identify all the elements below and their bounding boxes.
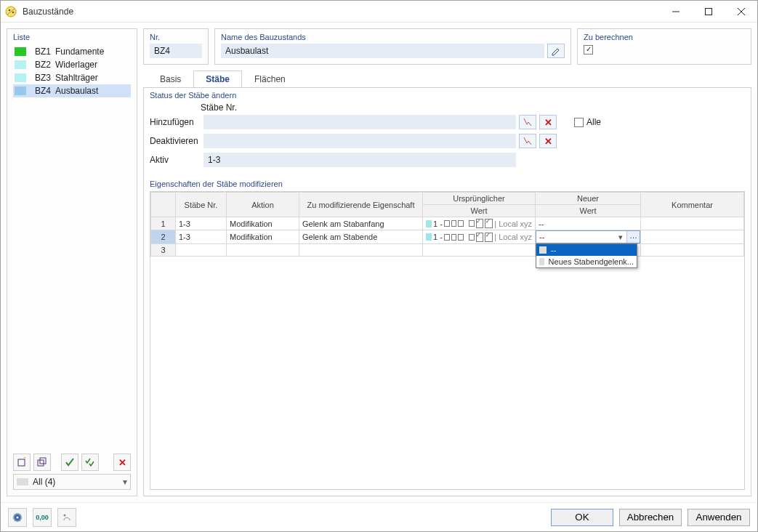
ok-button[interactable]: OK <box>551 509 613 526</box>
th-kommentar[interactable]: Kommentar <box>641 193 744 217</box>
th-neu1[interactable]: Neuer <box>536 193 641 205</box>
mini-checkbox <box>469 220 475 227</box>
cell-neu[interactable]: -- <box>536 217 641 230</box>
help-icon <box>12 512 23 523</box>
table-row[interactable]: 1 1-3 Modifikation Gelenk am Stabanfang … <box>151 217 744 230</box>
row-header[interactable]: 2 <box>151 230 176 244</box>
x-icon: ✕ <box>118 457 126 468</box>
row-header[interactable]: 1 <box>151 217 176 230</box>
check-single-button[interactable] <box>61 454 78 471</box>
table-row[interactable]: 3 <box>151 244 744 257</box>
right-column: Nr. BZ4 Name des Bauzustands Ausbaulast … <box>143 28 751 496</box>
close-button[interactable] <box>725 1 757 23</box>
copy-button[interactable] <box>33 454 51 471</box>
cell-staebe[interactable]: 1-3 <box>176 230 227 244</box>
dropdown-option[interactable]: -- <box>536 244 637 256</box>
mini-checkbox <box>444 234 450 241</box>
bz-code: BZ3 <box>31 73 51 83</box>
deact-pick-button[interactable] <box>519 134 536 148</box>
bz-code: BZ2 <box>31 60 51 70</box>
ellipsis-button[interactable]: … <box>626 231 640 243</box>
prop-title: Eigenschaften der Stäbe modifizieren <box>150 180 745 188</box>
dropdown-option[interactable]: Neues Stabendgelenk... <box>536 256 637 267</box>
cell-kommentar[interactable] <box>641 217 744 230</box>
tab-staebe[interactable]: Stäbe <box>193 70 242 88</box>
liste-item[interactable]: BZ3 Stahlträger <box>13 71 131 84</box>
x-icon: ✕ <box>544 136 552 147</box>
cell-neu-active[interactable]: -- ▾ … -- <box>536 230 641 244</box>
svg-point-14 <box>17 516 19 518</box>
mini-checkbox <box>451 220 457 227</box>
minimize-button[interactable] <box>659 1 692 23</box>
cell-aktion[interactable]: Modifikation <box>227 217 299 230</box>
app-icon <box>5 6 17 17</box>
filter-swatch <box>17 478 28 485</box>
liste-title: Liste <box>13 33 131 41</box>
cell-aktion[interactable]: Modifikation <box>227 230 299 244</box>
new-button[interactable] <box>13 454 31 471</box>
th-urspr2[interactable]: Wert <box>423 205 536 217</box>
mini-checkbox <box>444 220 450 227</box>
status-grid: Stäbe Nr. Hinzufügen ✕ Alle <box>150 102 745 169</box>
active-label: Aktiv <box>150 155 201 165</box>
check-multi-button[interactable] <box>81 454 99 471</box>
help-button[interactable] <box>8 508 27 527</box>
cell-urspr[interactable]: 1 - | Local xyz <box>423 217 536 230</box>
prop-grid[interactable]: Stäbe Nr. Aktion Zu modifizierende Eigen… <box>150 192 744 257</box>
mini-checkbox <box>451 234 457 241</box>
neu-wert-dropdown[interactable]: -- ▾ … -- <box>536 230 640 243</box>
cell-urspr[interactable]: 1 - | Local xyz <box>423 230 536 244</box>
liste-filter-combo[interactable]: All (4) ▾ <box>13 474 131 490</box>
svg-point-15 <box>64 514 66 516</box>
titlebar: Bauzustände <box>1 1 757 23</box>
cancel-button[interactable]: Abbrechen <box>619 509 682 526</box>
svg-rect-11 <box>40 458 46 464</box>
add-clear-button[interactable]: ✕ <box>539 115 557 129</box>
add-pick-button[interactable] <box>519 115 536 129</box>
mini-checkbox <box>458 220 464 227</box>
cell-eigenschaft[interactable]: Gelenk am Stabende <box>299 230 423 244</box>
tab-content: Status der Stäbe ändern Stäbe Nr. Hinzuf… <box>143 87 751 496</box>
th-eigenschaft[interactable]: Zu modifizierende Eigenschaft <box>299 193 423 217</box>
cell-eigenschaft[interactable]: Gelenk am Stabanfang <box>299 217 423 230</box>
number-format-button[interactable]: 0,00 <box>33 508 52 527</box>
tab-basis[interactable]: Basis <box>148 70 193 88</box>
th-staebe[interactable]: Stäbe Nr. <box>176 193 227 217</box>
cell-staebe[interactable]: 1-3 <box>176 217 227 230</box>
maximize-button[interactable] <box>692 1 725 23</box>
calc-checkbox[interactable] <box>584 45 593 55</box>
liste-item[interactable]: BZ2 Widerlager <box>13 58 131 71</box>
alle-checkbox[interactable] <box>574 118 584 127</box>
dropdown-list: -- Neues Stabendgelenk... <box>536 243 637 268</box>
liste-item[interactable]: BZ1 Fundamente <box>13 45 131 58</box>
apply-button[interactable]: Anwenden <box>688 509 750 526</box>
nr-label: Nr. <box>150 33 202 41</box>
mini-checkbox <box>476 233 484 242</box>
color-swatch <box>15 73 26 82</box>
bz-label: Ausbaulast <box>55 86 98 96</box>
deact-clear-button[interactable]: ✕ <box>539 134 557 148</box>
edit-name-button[interactable] <box>547 44 565 58</box>
settings-button[interactable] <box>57 508 76 527</box>
cell-kommentar[interactable] <box>641 230 744 244</box>
pick-icon <box>523 118 532 126</box>
th-urspr1[interactable]: Ursprünglicher <box>423 193 536 205</box>
chevron-down-icon: ▾ <box>123 477 127 487</box>
window: Bauzustände Liste BZ1 Fundamente BZ2 <box>0 0 758 532</box>
liste-item[interactable]: BZ4 Ausbaulast <box>13 84 131 97</box>
delete-button[interactable]: ✕ <box>113 454 131 471</box>
calc-panel: Zu berechnen <box>577 28 751 65</box>
th-aktion[interactable]: Aktion <box>227 193 299 217</box>
row-header[interactable]: 3 <box>151 244 176 257</box>
window-title: Bauzustände <box>21 7 659 17</box>
name-value[interactable]: Ausbaulast <box>221 44 544 58</box>
pencil-icon <box>551 46 561 56</box>
tab-flaechen[interactable]: Flächen <box>242 70 298 88</box>
svg-point-2 <box>12 11 15 13</box>
deact-input[interactable] <box>203 134 516 148</box>
table-row[interactable]: 2 1-3 Modifikation Gelenk am Stabende 1 … <box>151 230 744 244</box>
left-column: Liste BZ1 Fundamente BZ2 Widerlager B <box>7 28 137 496</box>
mini-checkbox <box>476 219 484 228</box>
add-input[interactable] <box>203 115 516 129</box>
th-neu2[interactable]: Wert <box>536 205 641 217</box>
